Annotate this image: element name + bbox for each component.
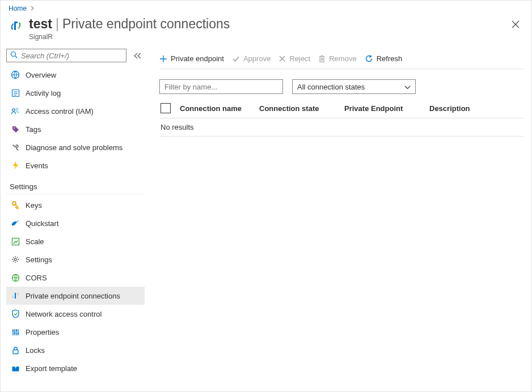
sidebar-search-input[interactable]	[20, 51, 123, 61]
chevron-down-icon	[404, 83, 411, 91]
select-all-checkbox[interactable]	[161, 103, 171, 113]
col-private-endpoint[interactable]: Private Endpoint	[344, 104, 429, 113]
quickstart-icon	[10, 218, 21, 229]
sidebar-nav-top: OverviewActivity logAccess control (IAM)…	[6, 66, 145, 174]
remove-button[interactable]: Remove	[318, 54, 356, 63]
add-private-endpoint-button[interactable]: Private endpoint	[159, 54, 224, 63]
col-description[interactable]: Description	[429, 104, 523, 113]
export-template-icon	[10, 363, 21, 374]
sidebar-item-label: Tags	[26, 125, 41, 134]
sidebar-item-label: Access control (IAM)	[26, 107, 94, 116]
sidebar-item-label: Quickstart	[26, 219, 59, 228]
col-connection-state[interactable]: Connection state	[259, 104, 344, 113]
signalr-resource-icon	[9, 19, 23, 35]
sidebar-item-label: Activity log	[26, 89, 61, 97]
svg-point-5	[14, 127, 15, 129]
sidebar-item-activity-log[interactable]: Activity log	[6, 84, 145, 102]
approve-button[interactable]: Approve	[232, 54, 271, 63]
sidebar-item-cors[interactable]: CORS	[6, 269, 145, 287]
scale-icon	[10, 236, 21, 247]
sidebar-item-events[interactable]: Events	[6, 156, 145, 174]
sidebar-item-properties[interactable]: Properties	[6, 323, 145, 341]
page-frame: Home test | Private endpoint connections…	[0, 0, 532, 392]
chevron-right-icon	[31, 5, 35, 12]
page-title: Private endpoint connections	[62, 16, 230, 32]
filter-name-input[interactable]	[159, 79, 283, 94]
sidebar-item-label: Diagnose and solve problems	[26, 143, 123, 152]
sidebar-item-label: Settings	[26, 255, 52, 264]
sidebar-item-locks[interactable]: Locks	[6, 341, 145, 359]
sidebar-item-label: Overview	[26, 71, 56, 79]
sidebar-item-label: Scale	[26, 237, 44, 246]
close-button[interactable]	[508, 16, 523, 32]
svg-point-4	[16, 108, 18, 110]
sidebar-item-keys[interactable]: Keys	[6, 196, 145, 214]
cors-icon	[10, 272, 21, 283]
svg-point-13	[14, 332, 16, 334]
plus-icon	[159, 55, 167, 63]
svg-rect-11	[15, 293, 16, 299]
main-content: Private endpoint Approve Reject	[148, 49, 531, 392]
keys-icon	[10, 199, 21, 211]
col-connection-name[interactable]: Connection name	[180, 104, 259, 113]
sidebar-item-label: Private endpoint connections	[26, 292, 120, 300]
sidebar-item-label: Properties	[26, 328, 59, 336]
command-bar: Private endpoint Approve Reject	[159, 49, 523, 69]
settings-icon	[10, 254, 21, 265]
sidebar-item-network-access[interactable]: Network access control	[6, 305, 145, 323]
breadcrumb: Home	[1, 1, 531, 14]
properties-icon	[10, 326, 21, 338]
connection-state-dropdown[interactable]: All connection states	[292, 79, 416, 94]
sidebar-item-diagnose[interactable]: Diagnose and solve problems	[6, 138, 145, 156]
private-endpoint-icon	[10, 290, 21, 301]
sidebar-item-label: CORS	[26, 274, 47, 282]
breadcrumb-home-link[interactable]: Home	[9, 5, 27, 12]
overview-icon	[10, 69, 21, 80]
sidebar-item-label: Network access control	[26, 310, 102, 318]
locks-icon	[10, 344, 21, 356]
tags-icon	[10, 123, 21, 135]
sidebar-item-label: Locks	[26, 346, 45, 355]
check-icon	[232, 55, 240, 63]
table-empty-message: No results	[159, 118, 523, 137]
collapse-sidebar-button[interactable]	[130, 49, 145, 62]
sidebar-item-label: Events	[26, 161, 48, 170]
access-control-icon	[10, 105, 21, 117]
svg-point-3	[12, 108, 15, 110]
sidebar-item-settings[interactable]: Settings	[6, 250, 145, 269]
resource-name: test	[29, 16, 52, 32]
svg-rect-16	[13, 350, 18, 353]
sidebar-section-settings: Settings	[6, 174, 145, 194]
page-header: test | Private endpoint connections Sign…	[1, 14, 531, 49]
events-icon	[10, 160, 21, 171]
diagnose-icon	[10, 142, 21, 153]
sidebar-item-label: Export template	[26, 364, 77, 373]
sidebar-item-quickstart[interactable]: Quickstart	[6, 214, 145, 232]
activity-log-icon	[10, 87, 21, 99]
search-icon	[10, 51, 18, 60]
resource-type-label: SignalR	[29, 33, 508, 41]
svg-point-6	[16, 145, 18, 147]
sidebar-item-export-template[interactable]: Export template	[6, 359, 145, 377]
sidebar-item-overview[interactable]: Overview	[6, 66, 145, 84]
x-icon	[278, 55, 286, 62]
sidebar-item-scale[interactable]: Scale	[6, 232, 145, 250]
svg-point-15	[18, 333, 19, 334]
svg-point-9	[14, 258, 16, 261]
reject-button[interactable]: Reject	[278, 54, 310, 63]
svg-point-0	[11, 52, 16, 57]
svg-point-14	[16, 329, 18, 331]
table-header: Connection name Connection state Private…	[159, 101, 523, 118]
sidebar-item-label: Keys	[26, 201, 42, 210]
trash-icon	[318, 55, 326, 63]
sidebar-nav-settings: KeysQuickstartScaleSettingsCORSPrivate e…	[6, 196, 145, 377]
refresh-icon	[365, 54, 373, 63]
sidebar-item-private-endpoint[interactable]: Private endpoint connections	[6, 287, 145, 305]
network-access-icon	[10, 308, 21, 319]
sidebar: OverviewActivity logAccess control (IAM)…	[1, 49, 148, 392]
svg-point-12	[12, 330, 14, 331]
sidebar-search[interactable]	[6, 49, 126, 62]
sidebar-item-tags[interactable]: Tags	[6, 120, 145, 138]
refresh-button[interactable]: Refresh	[365, 54, 403, 63]
sidebar-item-access-control[interactable]: Access control (IAM)	[6, 102, 145, 120]
